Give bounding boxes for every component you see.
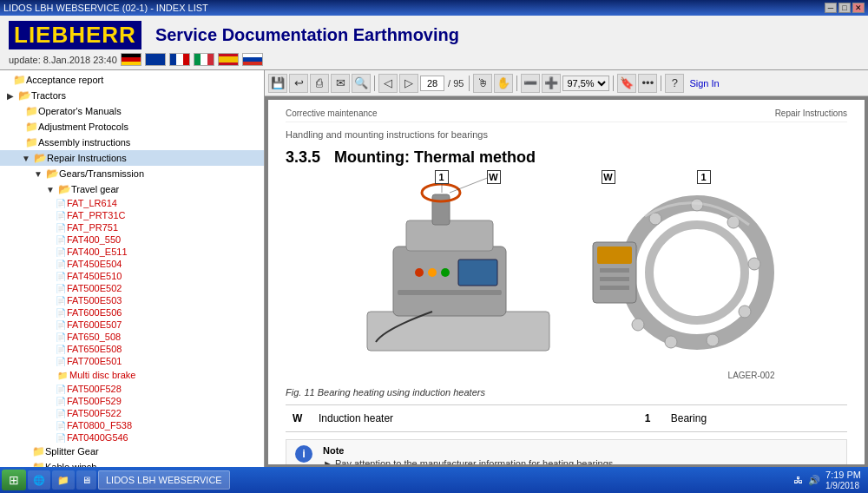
sidebar-item-operators[interactable]: 📁 Operator's Manuals	[0, 103, 264, 119]
flag-german[interactable]	[121, 53, 141, 66]
flag-english[interactable]	[145, 53, 166, 66]
pan-tool[interactable]: ✋	[494, 74, 513, 93]
sidebar-item-splitter[interactable]: 📁 Splitter Gear	[0, 444, 264, 459]
breadcrumb-left: Corrective maintenance	[286, 108, 378, 118]
sidebar-label: FAT500F522	[67, 408, 122, 418]
sidebar-item-fat400_550[interactable]: 📄 FAT400_550	[0, 233, 264, 246]
titlebar-controls[interactable]: ─ □ ✕	[825, 3, 865, 13]
sidebar-label: FAT600E506	[67, 307, 122, 318]
flag-french[interactable]	[169, 53, 190, 66]
sidebar-item-fat450e504[interactable]: 📄 FAT450E504	[0, 258, 264, 270]
main-content: 📁 Acceptance report ▶ 📂 Tractors 📁 Opera…	[0, 70, 868, 468]
sidebar-label: FAT500F529	[67, 396, 122, 406]
flag-russian[interactable]	[242, 53, 263, 66]
sidebar-label: Repair Instructions	[47, 153, 127, 163]
doc-icon: 📄	[56, 247, 66, 257]
bookmark-button[interactable]: 🔖	[617, 74, 636, 93]
sidebar-item-gears[interactable]: ▼ 📂 Gears/Transmission	[0, 166, 264, 181]
sidebar-item-adjustment[interactable]: 📁 Adjustment Protocols	[0, 119, 264, 135]
sidebar-item-fat500f522[interactable]: 📄 FAT500F522	[0, 407, 264, 419]
start-button[interactable]: ⊞	[2, 470, 26, 490]
sidebar-item-assembly[interactable]: 📁 Assembly instructions	[0, 135, 264, 150]
sidebar-item-multi-disc[interactable]: 📁 Multi disc brake	[0, 367, 264, 383]
zoom-select[interactable]: 97,5%	[562, 76, 609, 91]
email-button[interactable]: ✉	[331, 74, 350, 93]
sidebar-item-fat0800_f538[interactable]: 📄 FAT0800_F538	[0, 419, 264, 431]
more-button[interactable]: •••	[638, 74, 657, 93]
svg-point-6	[428, 268, 437, 277]
next-page-button[interactable]: ▷	[399, 74, 418, 93]
minimize-button[interactable]: ─	[825, 3, 837, 13]
sidebar-item-fat700e501[interactable]: 📄 FAT700E501	[0, 355, 264, 367]
sidebar-item-acceptance[interactable]: 📁 Acceptance report	[0, 72, 264, 88]
svg-point-23	[649, 213, 661, 225]
page-input[interactable]: 28	[420, 76, 444, 91]
svg-point-7	[441, 268, 450, 277]
callout-1-left: 1	[435, 170, 449, 184]
cursor-tool[interactable]: 🖰	[473, 74, 492, 93]
help-button[interactable]: ?	[665, 74, 684, 93]
close-button[interactable]: ✕	[852, 3, 865, 13]
sidebar-item-travel[interactable]: ▼ 📂 Travel gear	[0, 181, 264, 197]
sidebar-label: Acceptance report	[26, 75, 103, 85]
sidebar-label: Tractors	[31, 90, 66, 101]
prev-page-button[interactable]: ◁	[378, 74, 398, 93]
maximize-button[interactable]: □	[838, 3, 851, 13]
doc-icon: 📄	[56, 308, 66, 318]
sidebar-item-repair[interactable]: ▼ 📂 Repair Instructions	[0, 150, 264, 166]
folder-open-icon: 📂	[33, 151, 47, 165]
taskbar-ie-button[interactable]: 🌐	[28, 470, 50, 490]
doc-icon: 📄	[56, 272, 66, 281]
svg-rect-28	[600, 286, 629, 290]
flag-italian[interactable]	[194, 53, 214, 66]
sidebar-item-tractors[interactable]: ▶ 📂 Tractors	[0, 88, 264, 103]
doc-icon: 📄	[56, 284, 66, 293]
doc-icon: 📄	[56, 223, 66, 233]
sidebar-item-fat650_508[interactable]: 📄 FAT650_508	[0, 331, 264, 343]
sidebar-item-fat500e502[interactable]: 📄 FAT500E502	[0, 282, 264, 294]
taskbar-app1-button[interactable]: 🖥	[76, 470, 96, 490]
section-number: 3.3.5	[286, 148, 320, 167]
section-title: Mounting: Thermal method	[334, 148, 536, 167]
sidebar-item-fat450e510[interactable]: 📄 FAT450E510	[0, 270, 264, 282]
sidebar-item-fat600e507[interactable]: 📄 FAT600E507	[0, 319, 264, 331]
back-button[interactable]: ↩	[289, 74, 308, 93]
sidebar-item-fat500e503[interactable]: 📄 FAT500E503	[0, 294, 264, 306]
doc-icon: 📄	[56, 296, 66, 306]
titlebar-title: LIDOS LBH WEBSERVICE (02-1) - INDEX LIST	[3, 3, 208, 13]
sidebar-item-fat500f528[interactable]: 📄 FAT500F528	[0, 383, 264, 395]
taskbar-folder-button[interactable]: 📁	[52, 470, 75, 490]
print-button[interactable]: ⎙	[310, 74, 329, 93]
doc-icon: 📄	[56, 211, 66, 220]
sidebar-item-fat600e506[interactable]: 📄 FAT600E506	[0, 306, 264, 319]
zoom-in-button[interactable]: ➕	[542, 74, 561, 93]
doc-icon: 📄	[56, 421, 66, 431]
sidebar-item-fat_lr614[interactable]: 📄 FAT_LR614	[0, 197, 264, 209]
sidebar-item-fat400_e511[interactable]: 📄 FAT400_E511	[0, 246, 264, 258]
sidebar-label: FAT400_550	[67, 234, 121, 245]
svg-rect-9	[398, 290, 502, 295]
doc-area-wrap: 💾 ↩ ⎙ ✉ 🔍 ◁ ▷ 28 / 95 🖰 ✋ ➖ ➕ 97,5% 🔖 ••…	[265, 70, 868, 468]
flag-spanish[interactable]	[218, 53, 239, 66]
toolbar: 💾 ↩ ⎙ ✉ 🔍 ◁ ▷ 28 / 95 🖰 ✋ ➖ ➕ 97,5% 🔖 ••…	[265, 70, 868, 96]
taskbar-lidos-button[interactable]: LIDOS LBH WEBSERVICE	[98, 470, 230, 490]
expand-icon: ▼	[19, 151, 33, 165]
sidebar-item-fat_prt31c[interactable]: 📄 FAT_PRT31C	[0, 209, 264, 221]
doc-icon: 📄	[56, 409, 66, 418]
cell-label-w: W	[286, 411, 312, 426]
search-button[interactable]: 🔍	[352, 74, 371, 93]
folder-icon: 📁	[12, 73, 26, 87]
zoom-out-button[interactable]: ➖	[521, 74, 540, 93]
sidebar-item-fat0400g546[interactable]: 📄 FAT0400G546	[0, 431, 264, 444]
save-button[interactable]: 💾	[268, 74, 287, 93]
folder-icon: 📁	[24, 135, 38, 149]
sidebar-label: FAT600E507	[67, 319, 122, 330]
signin-button[interactable]: Sign In	[689, 78, 719, 89]
svg-point-13	[649, 225, 745, 320]
figure-legend-table: W Induction heater 1 Bearing	[286, 411, 847, 426]
sidebar[interactable]: 📁 Acceptance report ▶ 📂 Tractors 📁 Opera…	[0, 70, 265, 468]
doc-icon: 📄	[56, 235, 66, 245]
sidebar-item-fat_pr751[interactable]: 📄 FAT_PR751	[0, 221, 264, 233]
sidebar-item-fat650e508[interactable]: 📄 FAT650E508	[0, 343, 264, 355]
sidebar-item-fat500f529[interactable]: 📄 FAT500F529	[0, 395, 264, 407]
